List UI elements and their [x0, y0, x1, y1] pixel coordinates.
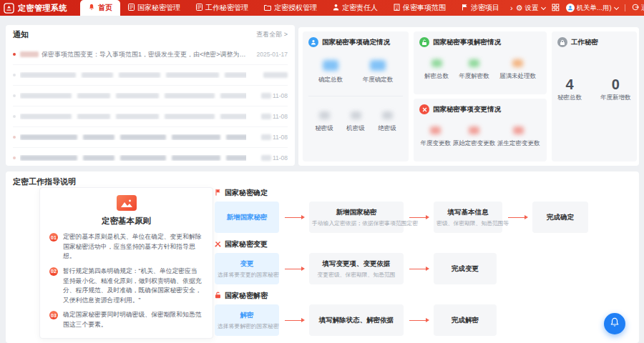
notice-row[interactable]: 11-08	[13, 106, 288, 127]
document-icon	[196, 4, 203, 12]
app-logo-icon	[4, 3, 14, 14]
person-icon	[333, 4, 339, 12]
stat-work-yearly-new: 0 年度新增数	[600, 77, 631, 102]
flow-step: 完成确定	[532, 202, 588, 233]
flow-diagrams: 国家秘密确定 新增国家秘密 新增国家秘密 手动输入定密依据；依据保密事项范围定密…	[215, 189, 635, 343]
user-menu[interactable]: 机关单...用)	[566, 4, 618, 13]
flow-step: 填写基本信息 密级、保密期限、知悉范围等	[434, 202, 502, 233]
stat-level-confidential: 机密级	[346, 109, 365, 133]
stat-level-top-secret: 绝密级	[378, 109, 396, 133]
nav-item-work-secret[interactable]: 工作秘密管理	[188, 0, 256, 16]
redacted-value	[469, 126, 479, 134]
notice-date: 11-08	[250, 154, 288, 161]
flag-icon	[462, 4, 468, 12]
nav-item-classified-project[interactable]: 涉密项目	[454, 0, 507, 16]
notice-panel: 通知 查看全部 > 保密事项范围变更：导入事项范围1，密级发生变更，由<绝密>调…	[6, 25, 295, 166]
redacted-value	[323, 60, 338, 71]
nav-more-arrow[interactable]: ›	[507, 4, 516, 12]
panel-title: 国家秘密事项解密情况	[433, 38, 501, 47]
logout-button[interactable]: 退出	[632, 4, 644, 13]
unlock-icon	[215, 292, 221, 300]
panel-determine: 国家秘密事项确定情况 确定总数 年度确定数 秘密级 机密级	[303, 31, 409, 161]
redacted-value	[351, 111, 361, 119]
redacted-text	[20, 114, 246, 119]
determine-person-icon	[308, 37, 318, 47]
nav-item-authorization[interactable]: 定密授权管理	[256, 0, 325, 16]
logout-icon	[632, 4, 639, 12]
gear-icon: ⚙	[516, 4, 523, 12]
home-icon	[88, 4, 95, 12]
notice-date: 11-08	[250, 92, 288, 99]
change-x-icon	[419, 104, 429, 114]
app-title: 定密管理系统	[18, 3, 67, 14]
flow-step: 完成变更	[434, 253, 497, 284]
arrow-right-icon	[409, 217, 428, 218]
stat-level-secret: 秘密级	[315, 109, 333, 133]
flow-step-change[interactable]: 变更 选择将要变更的国家秘密	[215, 253, 279, 284]
picture-icon	[117, 195, 137, 211]
flow-step: 填写解除状态、解密依据	[309, 304, 404, 336]
stat-change-yearly: 年度变更数	[420, 124, 451, 148]
nav-item-national-secret[interactable]: 国家秘密管理	[120, 0, 188, 16]
nav-item-home[interactable]: 首页	[80, 0, 120, 16]
bell-icon	[610, 317, 620, 331]
panel-title: 国家秘密事项变更情况	[433, 105, 501, 114]
folder-icon	[264, 4, 271, 12]
item-number-badge: 03	[49, 311, 58, 319]
notice-row[interactable]: 11-08	[13, 86, 288, 106]
notice-title: 通知	[13, 29, 29, 40]
redacted-value	[431, 59, 442, 67]
flow-label-determine: 国家秘密确定	[215, 189, 635, 197]
principle-item: 03 确定国家秘密要同时明确密级、保密期限和知悉范围这三个要素。	[49, 310, 203, 329]
unlock-icon	[419, 37, 429, 47]
arrow-right-icon	[285, 269, 303, 269]
arrow-right-icon	[508, 217, 527, 218]
unread-dot	[13, 94, 16, 97]
panel-title: 工作秘密	[571, 38, 598, 47]
panel-work-secret: 工作秘密 4 秘密总数 0 年度新增数	[552, 31, 637, 161]
flow-step: 新增国家秘密 手动输入定密依据；依据保密事项范围定密	[309, 202, 404, 233]
redacted-value	[370, 60, 386, 71]
unread-dot	[13, 156, 16, 159]
avatar	[566, 4, 575, 12]
stat-declassify-overdue: 届满未处理数	[499, 57, 536, 81]
stat-change-derived: 派生定密变更数	[497, 124, 540, 148]
unread-dot	[13, 136, 16, 139]
stat-declassify-total: 解密总数	[424, 57, 449, 81]
arrow-right-icon	[409, 320, 428, 321]
guide-section-title: 定密工作指导说明	[13, 177, 632, 187]
app-header: 定密管理系统 首页 国家秘密管理 工作秘密管理 定密授权管理	[0, 0, 644, 16]
notice-text: 保密事项范围变更：导入事项范围1，密级发生变更，由<绝密>调整为<内部>，请及时…	[42, 50, 246, 59]
stat-change-original: 原始定密变更数	[453, 124, 496, 148]
arrow-right-icon	[409, 269, 428, 269]
notice-row[interactable]: 11-08	[13, 148, 288, 168]
stats-overview: 国家秘密事项确定情况 确定总数 年度确定数 秘密级 机密级	[298, 27, 639, 166]
notification-fab[interactable]	[604, 313, 625, 334]
arrow-right-icon	[285, 320, 303, 321]
notice-row[interactable]: 保密事项范围变更：导入事项范围1，密级发生变更，由<绝密>调整为<内部>，请及时…	[13, 44, 288, 65]
flow-label-change: 国家秘密变更	[215, 240, 635, 249]
notice-date	[250, 72, 288, 78]
notice-row[interactable]	[13, 65, 288, 86]
settings-menu[interactable]: ⚙ 设置	[516, 4, 545, 13]
principle-title: 定密基本原则	[49, 216, 203, 227]
chevron-down-icon	[541, 4, 546, 9]
flow-step-add-secret[interactable]: 新增国家秘密	[215, 202, 279, 233]
apps-grid-button[interactable]	[552, 4, 560, 13]
stat-determine-yearly: 年度确定数	[363, 60, 394, 84]
redacted-value	[513, 126, 524, 134]
notice-row[interactable]: 11-08	[13, 127, 288, 148]
panel-change: 国家秘密事项变更情况 年度变更数 原始定密变更数 派生定密变更数	[414, 99, 547, 161]
principle-item: 02 暂行规定第四条明确规定：“机关、单位定密应当坚持最小化、精准化原则，做到权…	[49, 267, 203, 306]
nav-item-secrecy-scope[interactable]: 保密事项范围	[386, 0, 454, 16]
redacted-text	[20, 51, 39, 57]
view-all-link[interactable]: 查看全部 >	[256, 30, 288, 39]
redacted-value	[512, 59, 523, 67]
divider	[625, 4, 625, 11]
redacted-text	[20, 134, 246, 140]
flow-step-declassify[interactable]: 解密 选择将要解密的国家秘密	[215, 304, 279, 336]
arrow-right-icon	[285, 217, 303, 218]
principle-card: 定密基本原则 01 定密的基本原则是机关、单位在确定、变更和解除国家秘密活动中，…	[39, 187, 213, 339]
notice-date: 2025-01-17	[250, 51, 288, 58]
nav-item-responsible-person[interactable]: 定密责任人	[325, 0, 386, 16]
